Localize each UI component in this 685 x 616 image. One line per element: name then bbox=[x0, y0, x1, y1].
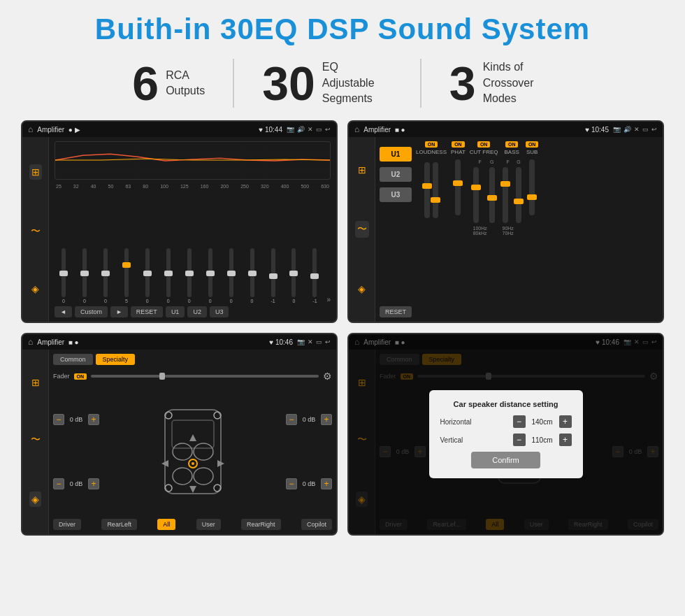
on-badge-bass: ON bbox=[505, 141, 519, 148]
eq-icon[interactable]: ⊞ bbox=[29, 164, 42, 180]
db-minus-rr[interactable]: − bbox=[286, 478, 297, 489]
db-minus-rl[interactable]: − bbox=[53, 478, 64, 489]
home-icon-3[interactable]: ⌂ bbox=[28, 337, 33, 347]
speaker-main: Common Specialty Fader ON ⚙ bbox=[49, 350, 336, 534]
svg-point-19 bbox=[173, 468, 192, 485]
left-sidebar-3: ⊞ 〜 ◈ bbox=[22, 350, 49, 534]
home-icon-1[interactable]: ⌂ bbox=[28, 124, 33, 134]
db-plus-fl[interactable]: + bbox=[88, 414, 99, 425]
tab-specialty-3[interactable]: Specialty bbox=[96, 354, 136, 365]
crossover-screen-body: ⊞ 〜 ◈ U1 U2 U3 RESET ON LOU bbox=[349, 137, 663, 322]
page-title: Buith-in 30EQ DSP Sound System bbox=[95, 13, 590, 46]
screen-dialog: ⌂ Amplifier ■ ● ♥ 10:46 📷 ✕ ▭ ↩ ⊞ 〜 ◈ bbox=[347, 333, 664, 536]
db-control-fr: − 0 dB + bbox=[286, 414, 332, 425]
db-plus-rr[interactable]: + bbox=[321, 478, 332, 489]
wave-icon-2[interactable]: 〜 bbox=[355, 221, 369, 238]
eq-graph bbox=[55, 141, 331, 180]
screens-grid: ⌂ Amplifier ● ▶ ♥ 10:44 📷 🔊 ✕ ▭ ↩ ⊞ 〜 ◈ bbox=[21, 120, 664, 536]
u1-button-1[interactable]: U1 bbox=[166, 306, 185, 317]
confirm-button[interactable]: Confirm bbox=[471, 452, 540, 468]
u3-select[interactable]: U3 bbox=[380, 187, 412, 202]
vertical-stepper: − 110cm + bbox=[513, 434, 572, 446]
bottom-controls-3: Driver RearLeft All User RearRight Copil… bbox=[53, 519, 332, 530]
vertical-plus[interactable]: + bbox=[559, 434, 572, 446]
user-button[interactable]: User bbox=[196, 519, 221, 530]
slider-4: 5 bbox=[117, 248, 136, 303]
reset-button-2[interactable]: RESET bbox=[380, 306, 412, 317]
slider-11: -1 bbox=[264, 248, 282, 303]
right-db-controls: − 0 dB + − 0 dB + bbox=[286, 387, 332, 516]
left-sidebar-1: ⊞ 〜 ◈ bbox=[22, 137, 49, 322]
status-time-3: ♥ 10:46 bbox=[269, 338, 293, 346]
car-diagram-container bbox=[105, 387, 280, 516]
back-icon-3[interactable]: ↩ bbox=[325, 338, 331, 345]
slider-9: 0 bbox=[222, 248, 240, 303]
play-button[interactable]: ► bbox=[110, 306, 128, 317]
wave-icon[interactable]: 〜 bbox=[31, 225, 41, 238]
stat-eq-number: 30 bbox=[262, 59, 315, 107]
fader-slider[interactable] bbox=[91, 375, 319, 378]
wave-icon-3[interactable]: 〜 bbox=[31, 434, 41, 446]
slider-3: 0 bbox=[96, 248, 115, 303]
back-icon-2[interactable]: ↩ bbox=[651, 126, 657, 133]
vertical-minus[interactable]: − bbox=[513, 434, 526, 446]
db-plus-rl[interactable]: + bbox=[88, 478, 99, 489]
stat-crossover-label: Kinds ofCrossover Modes bbox=[483, 59, 553, 106]
db-minus-fl[interactable]: − bbox=[53, 414, 64, 425]
label-loudness: LOUDNESS bbox=[416, 149, 447, 155]
copilot-button[interactable]: Copilot bbox=[301, 519, 332, 530]
dialog-overlay: Car speaker distance setting Horizontal … bbox=[349, 334, 663, 534]
eq-icon-2[interactable]: ⊞ bbox=[358, 164, 366, 176]
rearright-button[interactable]: RearRight bbox=[241, 519, 281, 530]
speaker-icon-2[interactable]: ◈ bbox=[358, 283, 366, 294]
status-icons-3: 📷 ✕ ▭ ↩ bbox=[297, 338, 331, 345]
db-value-rl: 0 dB bbox=[66, 480, 86, 487]
stat-eq-label: EQ AdjustableSegments bbox=[322, 59, 392, 106]
slider-12: 0 bbox=[284, 248, 303, 303]
tab-buttons-3: Common Specialty bbox=[53, 354, 332, 365]
ctrl-sub: ON SUB bbox=[526, 141, 539, 317]
settings-icon[interactable]: ⚙ bbox=[323, 371, 332, 382]
tab-common-3[interactable]: Common bbox=[53, 354, 93, 365]
eq-icon-3[interactable]: ⊞ bbox=[31, 377, 40, 388]
custom-button[interactable]: Custom bbox=[75, 306, 108, 317]
dialog-title: Car speaker distance setting bbox=[440, 400, 572, 408]
speaker-icon[interactable]: ◈ bbox=[31, 283, 39, 294]
rearleft-button[interactable]: RearLeft bbox=[101, 519, 137, 530]
label-sub: SUB bbox=[526, 149, 538, 155]
stat-rca-label: RCAOutputs bbox=[166, 68, 205, 99]
on-badge-phat: ON bbox=[452, 141, 465, 148]
horizontal-minus[interactable]: − bbox=[513, 415, 526, 428]
speaker-icon-3[interactable]: ◈ bbox=[29, 492, 41, 507]
stat-rca-number: 6 bbox=[132, 59, 159, 107]
horizontal-plus[interactable]: + bbox=[559, 415, 572, 428]
all-button[interactable]: All bbox=[157, 519, 175, 530]
stats-row: 6 RCAOutputs 30 EQ AdjustableSegments 3 … bbox=[21, 59, 664, 108]
svg-rect-15 bbox=[165, 410, 221, 494]
status-title-3: Amplifier ■ ● bbox=[37, 338, 265, 346]
status-time-2: ♥ 10:45 bbox=[585, 126, 609, 134]
u3-button-1[interactable]: U3 bbox=[210, 306, 229, 317]
reset-button-1[interactable]: RESET bbox=[131, 306, 163, 317]
home-icon-2[interactable]: ⌂ bbox=[354, 124, 359, 134]
u1-select[interactable]: U1 bbox=[380, 147, 412, 162]
on-badge-cutfreq: ON bbox=[477, 141, 491, 148]
u2-select[interactable]: U2 bbox=[380, 167, 412, 182]
screen-crossover: ⌂ Amplifier ■ ● ♥ 10:45 📷 🔊 ✕ ▭ ↩ ⊞ 〜 ◈ bbox=[347, 120, 664, 323]
u2-button-1[interactable]: U2 bbox=[187, 306, 207, 317]
status-title-1: Amplifier ● ▶ bbox=[37, 126, 254, 134]
x-icon-1: ✕ bbox=[308, 126, 313, 133]
db-minus-fr[interactable]: − bbox=[286, 414, 297, 425]
status-bar-1: ⌂ Amplifier ● ▶ ♥ 10:44 📷 🔊 ✕ ▭ ↩ bbox=[22, 122, 336, 137]
status-icons-2: 📷 🔊 ✕ ▭ ↩ bbox=[613, 126, 657, 133]
ctrl-cutfreq: ON CUT FREQ F 100Hz 80kHz G bbox=[470, 141, 498, 317]
driver-button[interactable]: Driver bbox=[53, 519, 81, 530]
db-plus-fr[interactable]: + bbox=[321, 414, 332, 425]
prev-button[interactable]: ◄ bbox=[55, 306, 72, 317]
db-value-rr: 0 dB bbox=[299, 480, 319, 487]
slider-7: 0 bbox=[180, 248, 199, 303]
slider-6: 0 bbox=[159, 248, 178, 303]
back-icon-1[interactable]: ↩ bbox=[325, 126, 331, 133]
eq-main: 2532405063 80100125160200 25032040050063… bbox=[49, 137, 336, 322]
more-icon[interactable]: » bbox=[326, 296, 331, 303]
